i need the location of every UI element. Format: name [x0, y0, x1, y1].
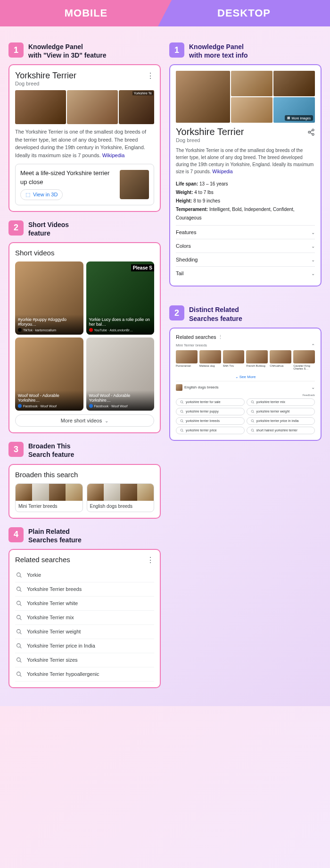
kp-fact: Temperament: Intelligent, Bold, Independ… — [176, 205, 315, 222]
rs-pill[interactable]: yorkshire terrier price — [176, 427, 245, 434]
rs-thumb[interactable]: Cavalier King Charles S… — [293, 350, 315, 370]
mobile-section-1-title: Knowledge Panel with "View in 3D" featur… — [28, 42, 107, 59]
broaden-item[interactable]: Mini Terrier breeds — [15, 483, 83, 512]
svg-line-9 — [20, 632, 21, 634]
search-icon — [180, 419, 184, 423]
broaden-search-card: Broaden this search Mini Terrier breeds … — [8, 464, 161, 519]
svg-line-36 — [253, 431, 254, 432]
see-more-button[interactable]: ⌄ See More — [176, 373, 315, 381]
chevron-down-icon: ⌄ — [311, 244, 315, 249]
rs-thumb[interactable]: Maltese dog — [199, 350, 221, 370]
svg-line-34 — [182, 431, 183, 432]
related-search-item[interactable]: Yorkshire Terrier hypoallergenic — [15, 667, 154, 682]
mobile-section-4-badge: 4 — [8, 527, 24, 542]
rs-pill[interactable]: yorkshire terrier weight — [247, 408, 315, 415]
search-icon — [251, 400, 255, 404]
related-search-item[interactable]: Yorkshire Terrier mix — [15, 611, 154, 625]
related-searches-card: Related searches ⋮ Yorkie Yorkshire Terr… — [8, 549, 161, 688]
search-icon — [16, 572, 22, 578]
more-icon[interactable]: ⋮ — [147, 556, 154, 565]
svg-line-24 — [253, 403, 254, 404]
related-search-item[interactable]: Yorkshire Terrier price in India — [15, 639, 154, 653]
rs-pill[interactable]: yorkshire terrier for sale — [176, 398, 245, 406]
rs-pill[interactable]: short haired yorkshire terrier — [247, 427, 315, 434]
short-video-item[interactable]: Woof Woof - Adorable Yorkshire… Facebook… — [15, 337, 83, 411]
svg-point-2 — [17, 587, 21, 591]
kp-expand-row[interactable]: Shedding⌄ — [176, 253, 315, 266]
view-3d-card[interactable]: Meet a life-sized Yorkshire terrier up c… — [15, 164, 154, 205]
kp-image[interactable] — [231, 71, 272, 96]
svg-line-1 — [20, 576, 21, 577]
feedback-link[interactable]: Feedback — [176, 394, 315, 396]
kp-expand-row[interactable]: Colors⌄ — [176, 239, 315, 253]
related-search-item[interactable]: Yorkie — [15, 568, 154, 582]
kp-expand-row[interactable]: Tail⌄ — [176, 266, 315, 280]
search-icon — [16, 615, 22, 621]
related-search-item[interactable]: Yorkshire Terrier white — [15, 597, 154, 611]
kp-subtitle: Dog breed — [176, 137, 315, 143]
kp-expand-row[interactable]: Features⌄ — [176, 225, 315, 239]
svg-line-26 — [182, 412, 183, 413]
rs-thumb[interactable]: Shih Tzu — [223, 350, 245, 370]
rs-pill[interactable]: yorkshire terrier breeds — [176, 417, 245, 425]
rs-thumb[interactable]: Chihuahua — [270, 350, 291, 370]
mobile-section-2-badge: 2 — [8, 220, 24, 236]
short-videos-title: Short videos — [15, 249, 154, 257]
mobile-section-3-badge: 3 — [8, 442, 24, 457]
chevron-up-icon[interactable]: ⌃ — [311, 343, 315, 348]
more-images-button[interactable]: ▦ More images — [285, 115, 313, 121]
view-3d-button[interactable]: ⬚ View in 3D — [20, 189, 63, 200]
related-search-item[interactable]: Yorkshire Terrier breeds — [15, 582, 154, 597]
chevron-down-icon: ⌄ — [311, 230, 315, 235]
broaden-item[interactable]: English dogs breeds — [87, 483, 155, 512]
broaden-label: English dogs breeds — [87, 501, 154, 512]
rs-pill[interactable]: yorkshire terrier price in india — [247, 417, 315, 425]
rs-thumb[interactable]: Pomeranian — [176, 350, 198, 370]
kp-description: The Yorkshire Terrier is one of the smal… — [176, 147, 315, 175]
kp-image[interactable] — [15, 90, 66, 124]
kp-image[interactable] — [231, 97, 272, 123]
desktop-section-2-title: Distinct Related Searches feature — [189, 305, 242, 322]
broaden-title: Broaden this search — [15, 471, 154, 479]
mobile-section-4-title: Plain Related Searches feature — [28, 527, 82, 544]
more-videos-button[interactable]: More short videos ⌄ — [15, 414, 154, 427]
video-source: Facebook · Woof Woof — [18, 404, 81, 408]
wikipedia-link[interactable]: Wikipedia — [212, 169, 232, 174]
short-video-item[interactable]: Woof Woof - Adorable Yorkshire… Facebook… — [86, 337, 155, 411]
short-video-item[interactable]: #yorkie #puppy #doggydo #foryou… TikTok … — [15, 261, 83, 335]
svg-point-16 — [312, 129, 314, 131]
rs-thumb[interactable]: French Bulldog — [246, 350, 268, 370]
related-search-item[interactable]: Yorkshire Terrier weight — [15, 625, 154, 639]
kp-title: Yorkshire Terrier — [15, 71, 76, 81]
kp-image[interactable] — [67, 90, 118, 124]
rs-pill[interactable]: yorkshire terrier puppy — [176, 408, 245, 415]
related-search-item[interactable]: Yorkshire Terrier sizes — [15, 653, 154, 667]
svg-line-32 — [253, 421, 254, 422]
rs-category-2[interactable]: English dogs breeds ⌄ — [176, 384, 315, 391]
more-icon[interactable]: ⋮ — [218, 334, 223, 340]
svg-point-31 — [251, 420, 254, 422]
wikipedia-link[interactable]: Wikipedia — [102, 152, 125, 158]
mobile-knowledge-panel: Yorkshire Terrier ⋮ Dog breed Yorkshire … — [8, 64, 161, 211]
share-icon[interactable] — [307, 128, 315, 136]
svg-line-15 — [20, 675, 21, 676]
rs-pill[interactable]: yorkshire terrier mix — [247, 398, 315, 406]
short-videos-card: Short videos #yorkie #puppy #doggydo #fo… — [8, 242, 161, 433]
rs-category[interactable]: Mini Terrier breeds — [176, 343, 207, 348]
svg-point-23 — [251, 401, 254, 403]
short-video-item[interactable]: Please S Yorkie Lucy does a rolie polie … — [86, 261, 155, 335]
desktop-column: 1 Knowledge Panel with more text info ▦ … — [169, 36, 322, 697]
search-icon — [180, 410, 184, 413]
kp-fact: Life span: 13 – 16 years — [176, 180, 315, 188]
svg-line-22 — [182, 403, 183, 404]
kp-image[interactable]: ▦ More images — [273, 97, 315, 123]
search-icon — [251, 410, 255, 413]
kp-image[interactable] — [176, 71, 230, 123]
image-label: Yorkshire Te — [132, 91, 153, 95]
kp-fact: Height: 8 to 9 inches — [176, 197, 315, 205]
kp-image[interactable] — [273, 71, 315, 96]
more-icon[interactable]: ⋮ — [147, 71, 154, 80]
search-icon — [180, 400, 184, 404]
kp-image[interactable]: Yorkshire Te — [119, 90, 154, 124]
svg-line-3 — [20, 590, 21, 591]
